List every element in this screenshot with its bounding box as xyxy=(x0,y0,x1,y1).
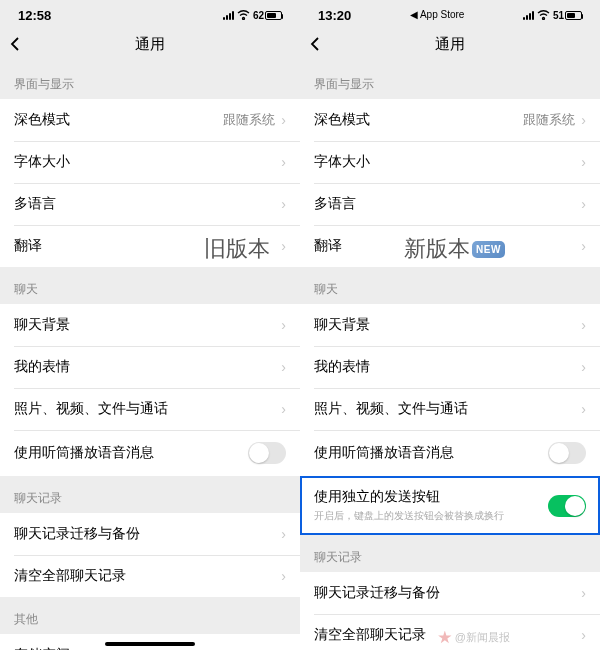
wifi-icon xyxy=(237,10,250,20)
row-media[interactable]: 照片、视频、文件与通话 › xyxy=(300,388,600,430)
status-time: 13:20 xyxy=(318,8,351,23)
section-interface-header: 界面与显示 xyxy=(300,62,600,99)
watermark: @新闻晨报 xyxy=(438,630,510,645)
chevron-right-icon: › xyxy=(281,154,286,170)
row-migrate[interactable]: 聊天记录迁移与备份 › xyxy=(0,513,300,555)
row-label: 清空全部聊天记录 xyxy=(314,626,426,644)
row-detail: 跟随系统 xyxy=(523,111,575,129)
chevron-right-icon: › xyxy=(581,317,586,333)
chevron-right-icon: › xyxy=(281,238,286,254)
section-history-header: 聊天记录 xyxy=(300,535,600,572)
chevron-right-icon: › xyxy=(281,526,286,542)
row-dark-mode[interactable]: 深色模式 跟随系统› xyxy=(300,99,600,141)
section-other-header: 其他 xyxy=(0,597,300,634)
status-right: 51 xyxy=(523,10,582,21)
status-time: 12:58 xyxy=(18,8,51,23)
chevron-right-icon: › xyxy=(281,401,286,417)
row-label: 翻译 xyxy=(314,237,342,255)
chevron-right-icon: › xyxy=(281,317,286,333)
row-multi-lang[interactable]: 多语言 › xyxy=(0,183,300,225)
row-font-size[interactable]: 字体大小 › xyxy=(300,141,600,183)
chevron-left-icon xyxy=(310,36,320,52)
weibo-logo-icon xyxy=(438,631,452,645)
row-font-size[interactable]: 字体大小 › xyxy=(0,141,300,183)
back-button[interactable] xyxy=(310,36,320,52)
chevron-right-icon: › xyxy=(581,154,586,170)
chevron-right-icon: › xyxy=(581,585,586,601)
row-multi-lang[interactable]: 多语言 › xyxy=(300,183,600,225)
toggle-send-button[interactable] xyxy=(548,495,586,517)
row-translate[interactable]: 翻译 › xyxy=(0,225,300,267)
battery-icon: 51 xyxy=(553,10,582,21)
row-label: 我的表情 xyxy=(314,358,370,376)
row-stickers[interactable]: 我的表情 › xyxy=(0,346,300,388)
row-label: 字体大小 xyxy=(314,153,370,171)
chevron-right-icon: › xyxy=(581,401,586,417)
row-label: 使用听筒播放语音消息 xyxy=(314,444,454,462)
row-label: 字体大小 xyxy=(14,153,70,171)
status-bar: 13:20 ◀ App Store 51 xyxy=(300,0,600,26)
section-history-header: 聊天记录 xyxy=(0,476,300,513)
chevron-right-icon: › xyxy=(281,112,286,128)
phone-left: 12:58 62 通用 界面与显示 深色模式 跟随系统› 字体大小 › 多语言 … xyxy=(0,0,300,650)
battery-icon: 62 xyxy=(253,10,282,21)
row-chat-bg[interactable]: 聊天背景 › xyxy=(0,304,300,346)
send-button-title: 使用独立的发送按钮 xyxy=(314,488,548,506)
row-label: 深色模式 xyxy=(14,111,70,129)
row-migrate[interactable]: 聊天记录迁移与备份 › xyxy=(300,572,600,614)
chevron-right-icon: › xyxy=(581,627,586,643)
chevron-right-icon: › xyxy=(281,196,286,212)
row-stickers[interactable]: 我的表情 › xyxy=(300,346,600,388)
page-title: 通用 xyxy=(435,35,465,54)
home-indicator[interactable] xyxy=(105,642,195,646)
page-title: 通用 xyxy=(135,35,165,54)
signal-icon xyxy=(223,11,234,20)
chevron-right-icon: › xyxy=(281,359,286,375)
phone-right: 13:20 ◀ App Store 51 通用 界面与显示 深色模式 跟随系统›… xyxy=(300,0,600,650)
row-earpiece: 使用听筒播放语音消息 xyxy=(0,430,300,476)
row-label: 翻译 xyxy=(14,237,42,255)
status-right: 62 xyxy=(223,10,282,21)
row-label: 聊天记录迁移与备份 xyxy=(14,525,140,543)
nav-header: 通用 xyxy=(300,26,600,62)
toggle-earpiece[interactable] xyxy=(548,442,586,464)
row-label: 聊天记录迁移与备份 xyxy=(314,584,440,602)
section-chat-header: 聊天 xyxy=(300,267,600,304)
status-breadcrumb[interactable]: ◀ App Store xyxy=(410,9,465,20)
row-earpiece: 使用听筒播放语音消息 xyxy=(300,430,600,476)
row-translate[interactable]: 翻译 › xyxy=(300,225,600,267)
send-button-subtitle: 开启后，键盘上的发送按钮会被替换成换行 xyxy=(314,509,548,523)
row-label: 多语言 xyxy=(314,195,356,213)
chevron-right-icon: › xyxy=(581,112,586,128)
back-button[interactable] xyxy=(10,36,20,52)
row-label: 多语言 xyxy=(14,195,56,213)
chevron-right-icon: › xyxy=(581,359,586,375)
chevron-right-icon: › xyxy=(281,568,286,584)
highlighted-new-feature: 使用独立的发送按钮 开启后，键盘上的发送按钮会被替换成换行 xyxy=(300,476,600,535)
row-label: 使用听筒播放语音消息 xyxy=(14,444,154,462)
wifi-icon xyxy=(537,10,550,20)
chevron-right-icon: › xyxy=(581,238,586,254)
chevron-right-icon: › xyxy=(581,196,586,212)
chevron-left-icon xyxy=(10,36,20,52)
row-clear[interactable]: 清空全部聊天记录 › xyxy=(0,555,300,597)
row-label: 聊天背景 xyxy=(314,316,370,334)
row-label: 存储空间 xyxy=(14,646,70,650)
status-bar: 12:58 62 xyxy=(0,0,300,26)
row-chat-bg[interactable]: 聊天背景 › xyxy=(300,304,600,346)
row-label: 照片、视频、文件与通话 xyxy=(314,400,468,418)
row-media[interactable]: 照片、视频、文件与通话 › xyxy=(0,388,300,430)
signal-icon xyxy=(523,11,534,20)
row-label: 聊天背景 xyxy=(14,316,70,334)
row-label: 深色模式 xyxy=(314,111,370,129)
toggle-earpiece[interactable] xyxy=(248,442,286,464)
row-label: 清空全部聊天记录 xyxy=(14,567,126,585)
section-chat-header: 聊天 xyxy=(0,267,300,304)
row-label: 我的表情 xyxy=(14,358,70,376)
row-detail: 跟随系统 xyxy=(223,111,275,129)
row-label: 照片、视频、文件与通话 xyxy=(14,400,168,418)
section-interface-header: 界面与显示 xyxy=(0,62,300,99)
nav-header: 通用 xyxy=(0,26,300,62)
row-dark-mode[interactable]: 深色模式 跟随系统› xyxy=(0,99,300,141)
